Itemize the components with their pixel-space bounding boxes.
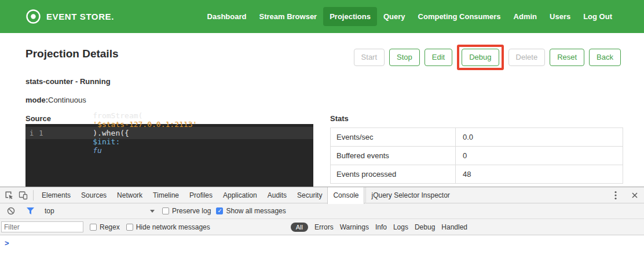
stat-value: 0 [456,147,474,165]
eventstore-admin-page: EVENT STORE. Dashboard Stream Browser Pr… [0,0,644,255]
console-filter-input[interactable] [1,221,83,232]
console-output-area[interactable]: > [0,235,644,255]
devtools-panel: Elements Sources Network Timeline Profil… [0,187,644,255]
level-filter-warnings[interactable]: Warnings [340,223,369,231]
devtools-tab-audits[interactable]: Audits [262,187,292,203]
option-label: Hide network messages [136,223,210,231]
toolbar-divider [33,190,34,201]
code-content: fromStream( '$stats-127.0.0.1:2113' ).wh… [47,103,197,163]
stat-label: Events processed [331,165,456,183]
nav-stream-browser[interactable]: Stream Browser [253,7,323,26]
devtools-tab-console[interactable]: Console [327,187,364,204]
start-button[interactable]: Start [354,49,385,66]
projection-details-content: Projection Details Start Stop Edit Debug… [0,33,644,187]
nav-query[interactable]: Query [377,7,412,26]
projection-action-buttons: Start Stop Edit Debug Delete Reset Back [354,45,621,70]
projection-status: stats-counter - Running [25,77,111,86]
devtools-tab-application[interactable]: Application [218,187,262,203]
back-button[interactable]: Back [589,49,621,66]
code-token: ).when({ [93,129,147,137]
checkbox-icon[interactable] [126,224,133,231]
nav-competing-consumers[interactable]: Competing Consumers [412,7,507,26]
line-number: 1 [39,129,43,137]
eventstore-logo-icon [25,9,41,24]
stats-heading: Stats [330,114,349,123]
level-filter-debug[interactable]: Debug [415,223,435,231]
level-filter-info[interactable]: Info [375,223,387,231]
regex-option[interactable]: Regex [90,223,120,231]
option-label: Regex [100,223,120,231]
option-label: Preserve log [172,207,211,215]
devtools-tab-security[interactable]: Security [292,187,327,203]
console-prompt[interactable]: > [5,239,9,247]
nav-projections[interactable]: Projections [323,7,377,26]
code-line: i 1 fromStream( '$stats-127.0.0.1:2113' … [25,127,313,139]
devtools-tab-sources[interactable]: Sources [76,187,112,203]
option-label: Show all messages [226,207,286,215]
devtools-window-controls [609,187,642,203]
devtools-tab-timeline[interactable]: Timeline [148,187,184,203]
checkbox-icon[interactable] [90,224,97,231]
level-filter-errors[interactable]: Errors [314,223,334,231]
table-row: Buffered events 0 [331,147,623,165]
stat-value: 0.0 [456,128,480,146]
show-all-messages-option[interactable]: Show all messages [216,207,286,215]
inspect-element-icon[interactable] [2,189,16,202]
more-options-icon[interactable] [609,189,623,202]
brand[interactable]: EVENT STORE. [25,9,114,24]
console-toolbar: top Preserve log Show all messages [0,203,644,219]
debug-highlight-annotation: Debug [457,45,503,70]
edit-button[interactable]: Edit [425,49,452,66]
devtools-tab-elements[interactable]: Elements [36,187,76,203]
context-value: top [45,207,54,215]
stat-label: Buffered events [331,147,456,165]
stat-value: 48 [456,165,478,183]
gutter-marker: i [30,129,34,137]
checkbox-checked-icon[interactable] [216,207,223,214]
code-token: fromStream( [93,111,142,120]
devtools-tab-bar: Elements Sources Network Timeline Profil… [0,187,644,203]
brand-name: EVENT STORE. [46,12,114,21]
stat-label: Events/sec [331,128,456,146]
code-token: '$stats-127.0.0.1:2113' [93,120,197,129]
source-code-editor[interactable]: i 1 fromStream( '$stats-127.0.0.1:2113' … [25,124,313,187]
device-toolbar-icon[interactable] [16,189,30,202]
top-navbar: EVENT STORE. Dashboard Stream Browser Pr… [0,0,644,33]
nav-admin[interactable]: Admin [507,7,543,26]
nav-dashboard[interactable]: Dashboard [201,7,253,26]
stop-button[interactable]: Stop [389,49,420,66]
editor-gutter: i 1 [25,129,47,137]
level-filter-logs[interactable]: Logs [393,223,408,231]
checkbox-icon[interactable] [162,207,169,214]
devtools-tab-jquery-selector-inspector[interactable]: jQuery Selector Inspector [365,187,455,203]
debug-button[interactable]: Debug [462,49,499,66]
level-filter-handled[interactable]: Handled [441,223,467,231]
clear-console-icon[interactable] [4,205,18,217]
delete-button[interactable]: Delete [508,49,546,66]
chevron-down-icon [150,210,155,213]
filter-icon[interactable] [23,205,37,217]
code-token: $init: [93,137,125,146]
console-filter-bar: Regex Hide network messages All Errors W… [0,219,644,235]
hide-network-messages-option[interactable]: Hide network messages [126,223,210,231]
nav-logout[interactable]: Log Out [577,7,619,26]
main-nav: Dashboard Stream Browser Projections Que… [201,7,619,26]
devtools-tab-profiles[interactable]: Profiles [184,187,218,203]
execution-context-selector[interactable]: top [42,207,157,215]
page-title: Projection Details [25,48,119,60]
level-filter-all-pill[interactable]: All [291,223,308,232]
table-row: Events processed 48 [331,165,623,184]
preserve-log-option[interactable]: Preserve log [162,207,211,215]
devtools-tab-network[interactable]: Network [112,187,148,203]
stats-table: Events/sec 0.0 Buffered events 0 Events … [330,128,623,184]
table-row: Events/sec 0.0 [331,128,623,147]
code-token: fu [93,146,102,155]
mode-label: mode: [25,96,48,104]
nav-users[interactable]: Users [543,7,577,26]
reset-button[interactable]: Reset [550,49,584,66]
close-icon[interactable] [628,189,642,202]
